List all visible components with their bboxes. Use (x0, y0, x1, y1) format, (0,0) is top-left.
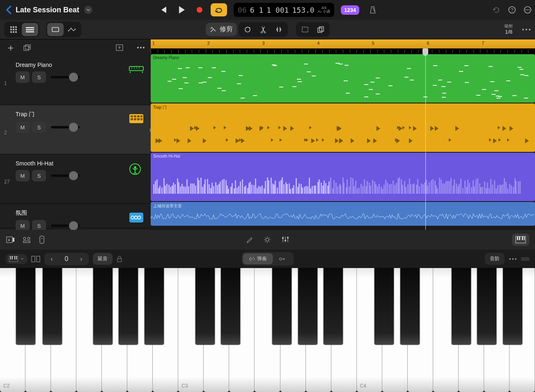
glissando-mode-button[interactable]: 弹奏 (243, 253, 273, 264)
keyboard-more-icon[interactable] (509, 258, 517, 260)
project-title[interactable]: Late Session Beat (16, 6, 79, 14)
loop-tool-button[interactable] (240, 23, 255, 36)
keyboard-toggle-button[interactable] (512, 234, 529, 246)
black-key[interactable] (93, 268, 113, 345)
join-tool-button[interactable] (271, 23, 287, 36)
black-key[interactable] (503, 268, 522, 345)
brightness-icon[interactable] (263, 236, 271, 244)
black-key[interactable] (400, 268, 420, 345)
more-icon[interactable] (524, 6, 532, 14)
snap-control[interactable]: 吸附 1/8 (505, 24, 513, 35)
track-name[interactable]: Dreamy Piano (16, 62, 147, 68)
marquee-tool-button[interactable] (297, 23, 313, 36)
svg-point-84 (509, 258, 511, 260)
copy-tool-button[interactable] (313, 23, 328, 36)
svg-rect-7 (13, 26, 14, 28)
library-icon[interactable] (6, 236, 15, 244)
split-keyboard-icon[interactable] (31, 255, 40, 263)
svg-rect-15 (26, 27, 34, 28)
split-tool-button[interactable] (255, 23, 271, 36)
scale-button[interactable]: 音阶 (485, 253, 505, 265)
undo-icon[interactable] (492, 6, 501, 14)
record-button[interactable] (193, 3, 207, 17)
track-name[interactable]: 氛围 (16, 209, 147, 217)
play-button[interactable] (175, 3, 188, 17)
octave-down-button[interactable]: ‹ (44, 253, 59, 265)
lcd-display[interactable]: 06 6 1 1 001 153.0 4/4 A♭ 小调 (234, 3, 334, 17)
svg-point-67 (287, 237, 289, 238)
volume-slider[interactable] (51, 76, 80, 78)
black-key[interactable] (477, 268, 496, 345)
track-name[interactable]: Smooth Hi-Hat (16, 160, 147, 167)
volume-slider[interactable] (51, 126, 80, 128)
black-key[interactable] (221, 268, 240, 345)
svg-text:+: + (28, 45, 30, 49)
smart-controls-icon[interactable] (22, 236, 31, 243)
black-key[interactable] (145, 268, 164, 345)
solo-button[interactable]: S (32, 71, 46, 83)
timeline-area[interactable]: 12345678 Dreamy PianoTrap 门Smooth Hi-Hat… (151, 39, 535, 230)
lock-icon[interactable] (117, 255, 122, 263)
cycle-button[interactable] (211, 3, 227, 16)
add-track-button[interactable]: ＋ (6, 41, 16, 54)
sustain-button[interactable]: 延音 (93, 253, 113, 265)
help-icon[interactable]: ? (508, 6, 516, 14)
track-name[interactable]: Trap 门 (16, 111, 147, 118)
goto-start-button[interactable] (156, 3, 170, 17)
black-key[interactable] (324, 268, 343, 345)
count-in-button[interactable]: 1234 (341, 5, 359, 15)
black-key[interactable] (43, 268, 62, 345)
region-purple[interactable]: Smooth Hi-Hat (151, 153, 535, 201)
title-dropdown[interactable] (84, 6, 92, 14)
metronome-button[interactable] (366, 3, 380, 17)
sidebar-more-icon[interactable] (137, 46, 145, 49)
black-key[interactable] (452, 268, 471, 345)
svg-point-65 (282, 237, 284, 239)
keyboard-layout-button[interactable] (6, 254, 27, 264)
black-key[interactable] (374, 268, 394, 345)
toolbar-more-icon[interactable] (522, 28, 531, 31)
bar-ruler[interactable]: 12345678 (151, 39, 535, 48)
mute-button[interactable]: M (16, 170, 30, 181)
svg-point-82 (254, 259, 255, 260)
svg-point-19 (68, 30, 69, 31)
region-view-button[interactable] (47, 23, 64, 36)
track-instrument-icon[interactable] (129, 163, 144, 174)
track-row[interactable]: 1 Dreamy Piano M S (0, 56, 151, 105)
region-green[interactable]: Dreamy Piano (151, 54, 535, 103)
duplicate-track-icon[interactable]: + (23, 44, 31, 51)
mute-button[interactable]: M (16, 121, 30, 133)
track-row[interactable]: 氛围 M S (0, 204, 151, 228)
black-key[interactable] (119, 268, 138, 345)
octave-up-button[interactable]: › (74, 253, 89, 265)
black-key[interactable] (195, 268, 215, 345)
mixer-icon[interactable] (281, 236, 289, 244)
import-icon[interactable] (115, 44, 124, 51)
track-row[interactable]: 2 Trap 门 M S › (0, 105, 151, 154)
solo-button[interactable]: S (32, 170, 46, 181)
black-key[interactable] (272, 268, 292, 345)
volume-slider[interactable] (51, 225, 80, 227)
black-key[interactable] (298, 268, 317, 345)
track-instrument-icon[interactable] (129, 64, 144, 76)
back-button[interactable] (3, 5, 14, 14)
mute-button[interactable]: M (16, 71, 30, 83)
automation-view-button[interactable] (64, 23, 80, 36)
trim-tool-button[interactable]: 修剪 (206, 23, 237, 36)
grid-view-button[interactable] (5, 23, 22, 36)
solo-button[interactable]: S (32, 121, 46, 133)
volume-slider[interactable] (51, 174, 80, 177)
pencil-icon[interactable] (246, 236, 253, 244)
track-row[interactable]: 27 Smooth Hi-Hat M S (0, 154, 151, 204)
track-instrument-icon[interactable] (129, 113, 144, 125)
svg-rect-12 (10, 31, 12, 33)
scroll-mode-button[interactable] (273, 253, 292, 264)
drag-handle-icon[interactable] (521, 257, 529, 261)
track-instrument-icon[interactable] (129, 212, 144, 223)
region-blue[interactable]: 上城传送带主音 (151, 202, 535, 226)
svg-rect-52 (137, 118, 140, 120)
region-yellow[interactable]: Trap 门 (151, 103, 535, 152)
black-key[interactable] (16, 268, 35, 345)
plugin-icon[interactable] (39, 235, 45, 244)
tracks-view-button[interactable] (22, 23, 38, 36)
